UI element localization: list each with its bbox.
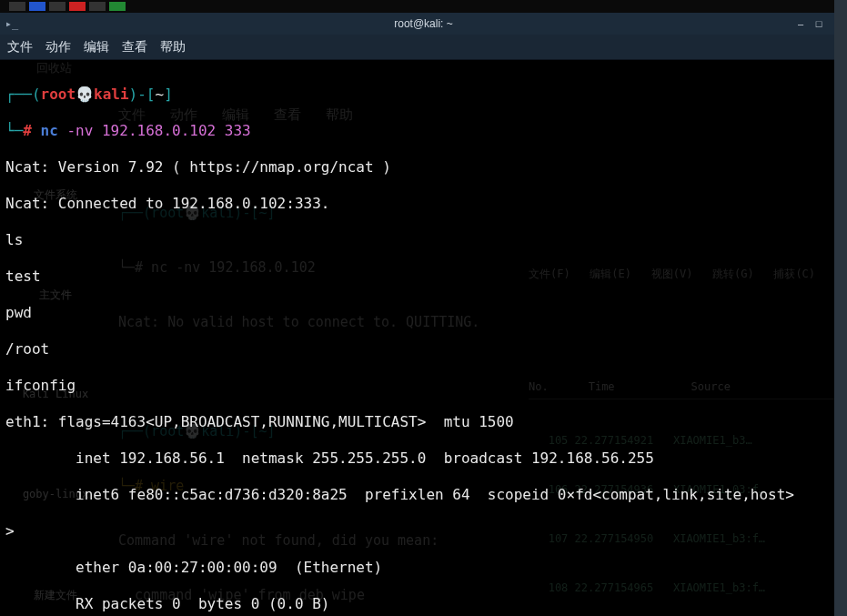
taskbar-icon[interactable] <box>29 2 45 11</box>
output-line: RX packets 0 bytes 0 (0.0 B) <box>5 595 842 613</box>
output-line: /root <box>5 340 842 358</box>
maximize-button[interactable]: □ <box>812 17 825 30</box>
window-title: root@kali: ~ <box>394 17 453 30</box>
menubar: 文件 动作 编辑 查看 帮助 <box>0 35 847 60</box>
taskbar-icon[interactable] <box>89 2 106 11</box>
prompt-line-2: └─# nc -nv 192.168.0.102 333 <box>5 122 842 140</box>
command-args: -nv 192.168.0.102 333 <box>58 122 251 139</box>
output-line: inet 192.168.56.1 netmask 255.255.255.0 … <box>5 449 842 468</box>
taskbar-icon[interactable] <box>69 2 86 11</box>
command-nc: nc <box>41 122 58 139</box>
menu-file[interactable]: 文件 <box>7 39 33 56</box>
output-line: Ncat: Connected to 192.168.0.102:333. <box>5 195 842 213</box>
os-taskbar <box>0 0 847 13</box>
terminal-body[interactable]: 回收站 文件系统 主文件 Kali Linux goby-linux 新建文件 … <box>0 60 847 616</box>
output-line: inet6 fe80::c5ac:d736:d320:8a25 prefixle… <box>5 486 842 504</box>
menu-view[interactable]: 查看 <box>122 39 147 56</box>
menu-edit[interactable]: 编辑 <box>84 39 109 56</box>
skull-icon: 💀 <box>76 86 94 103</box>
taskbar-icon[interactable] <box>9 2 25 11</box>
output-line: pwd <box>5 304 842 322</box>
output-line: test <box>5 268 842 286</box>
taskbar-icon[interactable] <box>49 2 66 11</box>
terminal-output[interactable]: ┌──(root💀kali)-[~] └─# nc -nv 192.168.0.… <box>0 60 847 616</box>
taskbar-icon[interactable] <box>109 2 126 11</box>
terminal-icon: ▸_ <box>5 17 18 30</box>
menu-action[interactable]: 动作 <box>45 39 71 56</box>
right-edge-strip <box>834 0 847 616</box>
output-line: Ncat: Version 7.92 ( https://nmap.org/nc… <box>5 158 842 177</box>
output-line: eth1: flags=4163<UP,BROADCAST,RUNNING,MU… <box>5 413 842 431</box>
prompt-line-1: ┌──(root💀kali)-[~] <box>5 86 842 104</box>
window-titlebar[interactable]: ▸_ root@kali: ~ – □ × <box>0 13 847 35</box>
output-line: > <box>5 522 842 540</box>
output-line: ether 0a:00:27:00:00:09 (Ethernet) <box>5 559 842 577</box>
output-line: ifconfig <box>5 377 842 395</box>
menu-help[interactable]: 帮助 <box>160 39 186 56</box>
output-line: ls <box>5 231 842 249</box>
minimize-button[interactable]: – <box>794 17 807 30</box>
